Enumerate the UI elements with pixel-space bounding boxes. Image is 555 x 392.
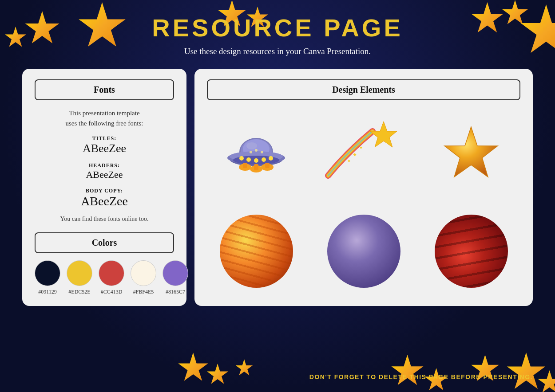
fonts-intro: This presentation template uses the foll… (35, 108, 174, 128)
shooting-star-element (314, 109, 413, 198)
colors-section: Colors #091129#EDC52E#CC413D#FBF4E5#8165… (35, 232, 174, 295)
svg-point-9 (246, 157, 251, 162)
titles-category: TITLES: ABeeZee (35, 135, 174, 155)
orange-planet (220, 215, 293, 288)
fonts-header: Fonts (35, 79, 174, 100)
cards-row: Fonts This presentation template uses th… (22, 69, 533, 306)
svg-rect-24 (360, 146, 362, 149)
design-elements-header: Design Elements (207, 79, 520, 100)
fonts-note: You can find these fonts online too. (35, 216, 174, 223)
svg-point-3 (246, 142, 257, 149)
svg-rect-18 (265, 163, 270, 168)
gold-star-element (422, 109, 520, 198)
swatch-label-4: #8165C7 (166, 289, 185, 295)
ufo-svg (221, 120, 292, 187)
swatch-label-3: #FBF4E5 (133, 289, 154, 295)
right-card: Design Elements (194, 69, 533, 306)
svg-point-8 (239, 156, 244, 161)
fonts-section: This presentation template uses the foll… (35, 108, 174, 223)
ufo-element (207, 109, 305, 198)
design-elements-grid (207, 109, 520, 295)
red-planet-element (422, 207, 520, 295)
swatch-circle-0 (35, 260, 60, 286)
swatch-circle-4 (163, 260, 188, 286)
body-font: ABeeZee (35, 194, 174, 208)
purple-planet-element (314, 207, 413, 295)
titles-font: ABeeZee (35, 142, 174, 155)
swatch-item-1: #EDC52E (67, 260, 92, 295)
main-content: RESOURCE PAGE Use these design resources… (0, 0, 555, 306)
headers-label: HEADERS: (35, 162, 174, 169)
swatch-item-4: #8165C7 (163, 260, 188, 295)
page-title: RESOURCE PAGE (152, 13, 403, 42)
svg-marker-26 (444, 127, 498, 177)
gold-star-svg (440, 125, 502, 182)
colors-header: Colors (35, 232, 174, 253)
left-card: Fonts This presentation template uses th… (22, 69, 186, 306)
svg-rect-16 (243, 163, 247, 168)
svg-point-11 (262, 157, 266, 162)
headers-font: ABeeZee (35, 169, 174, 180)
swatch-circle-3 (131, 260, 156, 286)
shooting-star-svg (319, 118, 408, 189)
swatch-circle-2 (99, 260, 124, 286)
swatch-circle-1 (67, 260, 92, 286)
svg-point-20 (255, 149, 258, 152)
swatch-label-0: #091129 (38, 289, 57, 295)
colors-swatches: #091129#EDC52E#CC413D#FBF4E5#8165C7 (35, 260, 174, 295)
orange-planet-element (207, 207, 305, 295)
titles-label: TITLES: (35, 135, 174, 142)
purple-planet (327, 215, 400, 288)
svg-marker-25 (370, 122, 397, 147)
svg-point-21 (261, 151, 263, 153)
body-category: BODY COPY: ABeeZee (35, 188, 174, 208)
svg-point-12 (269, 156, 273, 161)
svg-point-19 (250, 151, 252, 153)
svg-rect-23 (348, 160, 350, 162)
swatch-label-2: #CC413D (101, 289, 123, 295)
bottom-warning: DON'T FORGET TO DELETE THIS PAGE BEFORE … (309, 373, 533, 380)
headers-category: HEADERS: ABeeZee (35, 162, 174, 180)
swatch-item-2: #CC413D (99, 260, 124, 295)
svg-rect-17 (254, 164, 258, 170)
swatch-item-3: #FBF4E5 (131, 260, 156, 295)
swatch-item-0: #091129 (35, 260, 60, 295)
svg-rect-22 (353, 153, 356, 156)
swatch-label-1: #EDC52E (68, 289, 90, 295)
body-label: BODY COPY: (35, 188, 174, 194)
svg-point-10 (254, 158, 258, 163)
red-planet (435, 215, 508, 288)
page-subtitle: Use these design resources in your Canva… (184, 47, 371, 56)
